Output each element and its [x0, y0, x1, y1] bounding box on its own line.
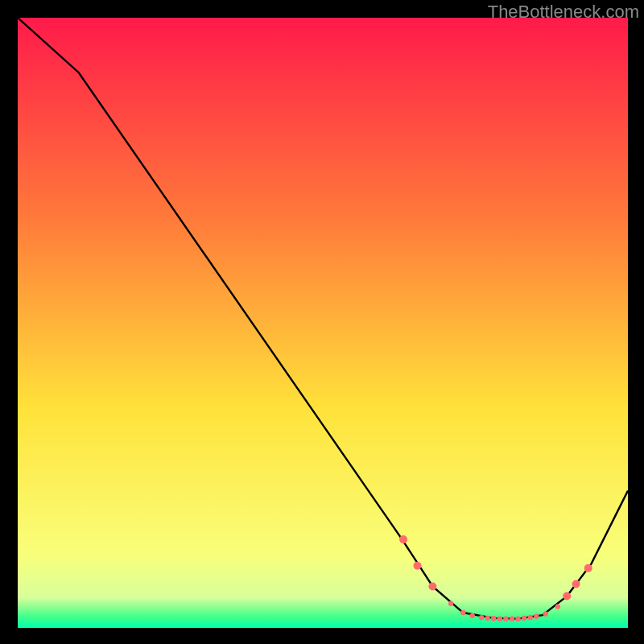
marker-point: [470, 613, 475, 618]
marker-point: [572, 580, 580, 588]
marker-point: [522, 616, 526, 621]
marker-point: [503, 616, 508, 621]
chart-plot-area: [18, 18, 628, 628]
watermark-text: TheBottleneck.com: [488, 2, 639, 23]
bottleneck-curve: [18, 18, 628, 619]
marker-point: [528, 615, 533, 620]
marker-point: [428, 582, 436, 590]
marker-point: [485, 616, 489, 621]
marker-point: [460, 610, 465, 615]
marker-point: [515, 616, 520, 621]
marker-point: [534, 613, 539, 618]
marker-point: [555, 604, 560, 609]
chart-curve-layer: [18, 18, 628, 628]
marker-point: [510, 616, 514, 621]
marker-point: [543, 611, 547, 616]
marker-point: [413, 562, 421, 570]
marker-point: [497, 616, 502, 621]
marker-point: [491, 616, 496, 621]
marker-point: [399, 535, 407, 543]
marker-point: [584, 564, 592, 572]
marker-point: [563, 592, 571, 601]
marker-point: [448, 601, 453, 605]
marker-point: [479, 615, 484, 620]
